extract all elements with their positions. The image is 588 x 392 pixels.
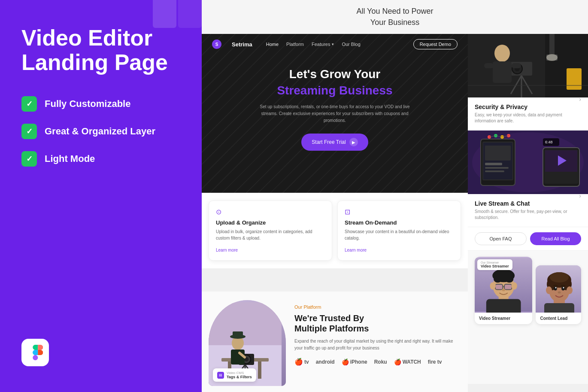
svg-point-28 [494,45,510,62]
preview-navbar: S Setrima Home Platform Features ▾ Our B… [202,34,468,55]
apple-watch-logo: 🍎WATCH [394,359,421,365]
security-desc: Easy, we keep your videos, data and paym… [475,112,581,124]
svg-point-86 [563,287,564,289]
cms-label: Video CMS [227,371,252,375]
svg-rect-29 [493,61,512,83]
apple-tv-logo: 🍎tv [294,358,309,366]
streamer-name-main: Video Streamer [479,316,528,321]
svg-rect-40 [485,163,502,165]
svg-rect-19 [549,34,555,55]
platform-section: ▤ Video CMS Tags & Filters Our Platform … [202,292,468,392]
figma-logo [21,339,49,366]
stream-title: Stream On-Demand [345,219,454,226]
feature-label-light: Light Mode [45,153,95,164]
platform-image: ▤ Video CMS Tags & Filters [209,300,286,386]
nav-brand: Setrima [232,41,252,48]
svg-point-84 [561,287,565,291]
platform-info: Our Platform We're Trusted ByMultiple Pl… [294,300,461,366]
check-icon-customizable [21,96,37,112]
hero-description: Set up subscriptions, rentals, or one-ti… [253,103,416,124]
svg-point-80 [550,272,569,283]
nav-link-blog[interactable]: Our Blog [342,42,360,47]
svg-rect-75 [544,303,574,313]
svg-rect-59 [486,299,521,313]
svg-rect-39 [485,146,511,161]
right-area: All You Need to Power Your Business S Se… [202,0,588,392]
start-free-trial-button[interactable]: Start Free Trial ▶ [301,134,368,151]
livestream-block: › Live Stream & Chat Smooth & secure. Of… [468,194,588,227]
upload-title: Upload & Organize [216,219,325,226]
streamer-name-small: Content Lead [540,316,577,321]
livestream-title: Live Stream & Chat [475,200,581,207]
streamer-card-main: Our Streamer Video Streamer Video Stream… [475,257,532,324]
features-list: Fully Customizable Great & Organized Lay… [21,96,180,167]
right-sidebar: › Security & Privacy Easy, we keep your … [468,34,588,392]
iphone-logo: 🍎iPhone [342,359,367,365]
faq-blog-row: Open FAQ Read All Blog [468,227,588,251]
stream-desc: Showcase your content in a beautiful on-… [345,228,454,241]
stream-learn-more[interactable]: Learn more [345,248,367,252]
fire-tv-logo: fire tv [428,359,442,365]
streamer-image-small [536,265,581,313]
upload-icon: ⊙ [216,208,325,216]
svg-point-83 [554,287,557,291]
security-block: › Security & Privacy Easy, we keep your … [468,97,588,131]
svg-point-85 [555,287,557,289]
svg-point-63 [505,276,513,283]
video-preview: S Setrima Home Platform Features ▾ Our B… [202,34,468,201]
svg-rect-67 [496,285,502,289]
accent-decorations [153,0,202,28]
platform-logos: 🍎tv android 🍎iPhone Roku 🍎WATCH fire tv [294,358,461,366]
nav-link-features[interactable]: Features ▾ [312,42,334,47]
svg-rect-4 [258,362,261,379]
roku-logo: Roku [374,359,387,365]
upload-learn-more[interactable]: Learn more [216,248,238,252]
header-title: All You Need to Power Your Business [356,6,433,27]
chevron-down-icon: ▾ [332,42,334,46]
hero-content: Let's Grow Your Streaming Business Set u… [202,55,468,151]
platform-tag: Our Platform [294,304,461,310]
feature-cards: ⊙ Upload & Organize Upload in bulk, orga… [202,193,468,268]
open-faq-button[interactable]: Open FAQ [475,232,527,245]
svg-rect-42 [485,170,504,172]
svg-point-70 [490,282,496,289]
svg-point-62 [494,276,502,283]
check-icon-light [21,151,37,167]
svg-rect-30 [484,63,494,68]
feature-item-light: Light Mode [21,151,180,167]
streamers-section: Our Streamer Video Streamer Video Stream… [468,251,588,384]
svg-rect-13 [233,331,243,337]
feature-label-customizable: Fully Customizable [45,98,130,109]
upload-card: ⊙ Upload & Organize Upload in bulk, orga… [209,201,332,261]
request-demo-button[interactable]: Request Demo [413,39,458,49]
streamer-badge-main: Our Streamer Video Streamer [477,259,512,270]
svg-point-82 [567,286,573,294]
badge-top-label: Our Streamer [481,261,509,264]
livestream-desc: Smooth & secure. Offer for free, pay-per… [475,209,581,221]
cms-icon: ▤ [217,372,224,379]
platform-title: We're Trusted ByMultiple Platforms [294,313,461,334]
nav-logo: S [212,40,221,49]
svg-point-69 [502,289,505,292]
svg-point-87 [558,292,561,294]
video-cms-badge: ▤ Video CMS Tags & Filters [213,368,256,382]
nav-link-home[interactable]: Home [266,42,279,47]
left-panel: Video Editor Landing Page Fully Customiz… [0,0,202,392]
nav-link-platform[interactable]: Platform [286,42,304,47]
top-header: All You Need to Power Your Business [202,0,588,34]
badge-bot-label: Video Streamer [481,264,509,268]
platform-desc: Expand the reach of your digital market … [294,338,461,352]
streamer-info-small: Content Lead [536,313,581,324]
read-all-blog-button[interactable]: Read All Blog [530,232,581,245]
hero-title: Let's Grow Your [219,67,451,81]
page-title: Video Editor Landing Page [21,26,180,75]
stream-card: ⊡ Stream On-Demand Showcase your content… [337,201,461,261]
check-icon-layer [21,124,37,139]
preview-area: S Setrima Home Platform Features ▾ Our B… [202,34,468,392]
stream-icon: ⊡ [345,208,454,216]
feature-label-layer: Great & Organized Layer [45,126,155,137]
android-logo: android [316,359,335,365]
upload-desc: Upload in bulk, organize content in cate… [216,228,325,241]
nav-links: Home Platform Features ▾ Our Blog [266,42,403,47]
svg-rect-32 [567,68,582,90]
